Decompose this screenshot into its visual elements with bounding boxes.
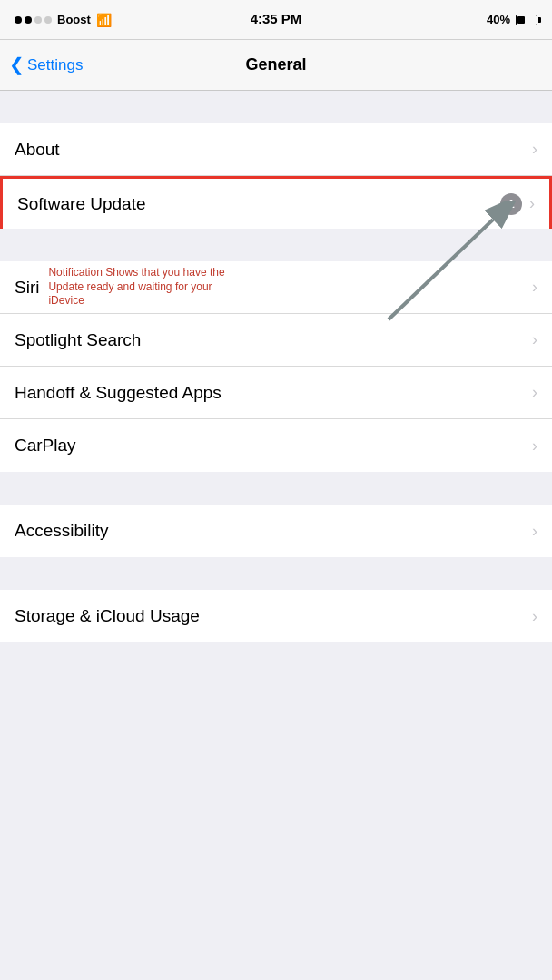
about-chevron-icon: › bbox=[532, 140, 537, 159]
software-update-label: Software Update bbox=[17, 194, 146, 214]
storage-row-right: › bbox=[532, 607, 537, 626]
storage-label: Storage & iCloud Usage bbox=[15, 606, 200, 626]
status-bar: Boost 📶 4:35 PM 40% bbox=[0, 0, 552, 40]
spotlight-chevron-icon: › bbox=[532, 330, 537, 349]
siri-annotation-text: Notification Shows that you have the Upd… bbox=[48, 266, 230, 309]
about-row-left: About bbox=[15, 140, 532, 160]
nav-bar: ❮ Settings General bbox=[0, 40, 552, 91]
settings-group-4: Storage & iCloud Usage › bbox=[0, 590, 552, 642]
carrier-label: Boost bbox=[57, 13, 91, 26]
carplay-chevron-icon: › bbox=[532, 436, 537, 456]
spotlight-row-right: › bbox=[532, 330, 537, 349]
handoff-row-left: Handoff & Suggested Apps bbox=[15, 383, 532, 403]
accessibility-label: Accessibility bbox=[15, 521, 108, 541]
section-divider-mid1 bbox=[0, 229, 552, 261]
software-update-row-right: 1 › bbox=[500, 193, 535, 215]
accessibility-chevron-icon: › bbox=[532, 522, 537, 541]
carplay-row-left: CarPlay bbox=[15, 436, 532, 456]
about-row-right: › bbox=[532, 140, 537, 159]
handoff-label: Handoff & Suggested Apps bbox=[15, 383, 222, 403]
back-label: Settings bbox=[27, 56, 83, 74]
accessibility-row-left: Accessibility bbox=[15, 521, 532, 541]
spotlight-search-row[interactable]: Spotlight Search › bbox=[0, 314, 552, 367]
section-divider-mid2 bbox=[0, 472, 552, 505]
software-update-row-left: Software Update bbox=[17, 194, 500, 214]
signal-dot-1 bbox=[15, 16, 22, 24]
settings-group-1: About › Software Update 1 › bbox=[0, 123, 552, 229]
settings-group-3: Accessibility › bbox=[0, 505, 552, 557]
signal-dot-4 bbox=[44, 16, 52, 24]
wifi-icon: 📶 bbox=[96, 13, 112, 27]
storage-chevron-icon: › bbox=[532, 607, 537, 626]
software-update-badge: 1 bbox=[500, 193, 522, 215]
handoff-row-right: › bbox=[532, 383, 537, 402]
section-divider-top bbox=[0, 91, 552, 123]
status-right: 40% bbox=[487, 13, 537, 26]
about-row[interactable]: About › bbox=[0, 123, 552, 176]
carplay-row[interactable]: CarPlay › bbox=[0, 419, 552, 472]
accessibility-row-right: › bbox=[532, 522, 537, 541]
storage-row[interactable]: Storage & iCloud Usage › bbox=[0, 590, 552, 642]
storage-row-left: Storage & iCloud Usage bbox=[15, 606, 532, 626]
siri-chevron-icon: › bbox=[532, 278, 537, 297]
spotlight-row-left: Spotlight Search bbox=[15, 330, 532, 350]
siri-label: Siri bbox=[15, 278, 39, 298]
siri-row-left: Siri Notification Shows that you have th… bbox=[15, 266, 532, 309]
status-left: Boost 📶 bbox=[15, 13, 112, 27]
siri-row[interactable]: Siri Notification Shows that you have th… bbox=[0, 261, 552, 314]
accessibility-row[interactable]: Accessibility › bbox=[0, 505, 552, 557]
status-time: 4:35 PM bbox=[251, 11, 302, 26]
page-title: General bbox=[245, 55, 306, 74]
settings-group-2: Siri Notification Shows that you have th… bbox=[0, 261, 552, 472]
carplay-row-right: › bbox=[532, 436, 537, 456]
software-update-chevron-icon: › bbox=[529, 194, 535, 213]
siri-row-right: › bbox=[532, 278, 537, 297]
back-button[interactable]: ❮ Settings bbox=[9, 54, 83, 75]
signal-dots bbox=[15, 16, 52, 24]
section-divider-bottom bbox=[0, 642, 552, 675]
section-divider-mid3 bbox=[0, 557, 552, 590]
back-chevron-icon: ❮ bbox=[9, 54, 25, 75]
signal-dot-2 bbox=[25, 16, 32, 24]
handoff-chevron-icon: › bbox=[532, 383, 537, 402]
battery-percent: 40% bbox=[487, 13, 510, 26]
carplay-label: CarPlay bbox=[15, 436, 76, 456]
handoff-row[interactable]: Handoff & Suggested Apps › bbox=[0, 367, 552, 419]
software-update-row[interactable]: Software Update 1 › bbox=[0, 176, 552, 229]
spotlight-label: Spotlight Search bbox=[15, 330, 141, 350]
battery-icon bbox=[516, 15, 537, 25]
signal-dot-3 bbox=[34, 16, 42, 24]
about-label: About bbox=[15, 140, 60, 160]
